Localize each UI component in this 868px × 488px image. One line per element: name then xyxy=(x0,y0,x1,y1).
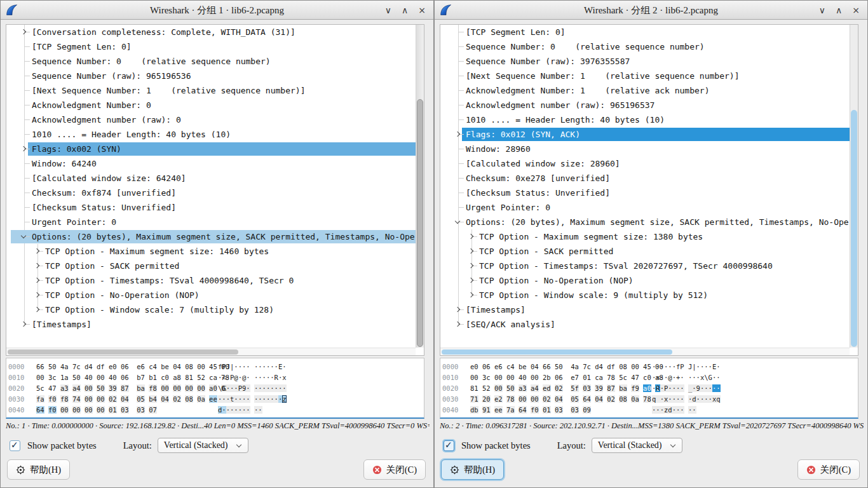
hex-byte[interactable]: a3 xyxy=(519,384,527,392)
hex-byte[interactable]: 00 xyxy=(36,374,44,381)
hex-byte[interactable]: ca xyxy=(209,374,217,381)
titlebar[interactable]: Wireshark · 分组 2 · lib6-2.pcapng ∨ ∧ × xyxy=(435,1,867,20)
ascii-char[interactable]: · xyxy=(692,406,696,414)
ascii-char[interactable]: · xyxy=(275,395,278,403)
hex-byte[interactable]: 45 xyxy=(643,363,651,370)
hex-byte[interactable]: f0 xyxy=(531,406,539,414)
ascii-char[interactable]: · xyxy=(680,384,684,392)
hex-byte[interactable]: 06 xyxy=(482,363,491,370)
tree-row[interactable]: Urgent Pointer: 0 xyxy=(440,200,850,215)
tree-row[interactable]: [TCP Segment Len: 0] xyxy=(440,25,850,39)
hex-byte[interactable]: 00 xyxy=(531,374,539,381)
hex-byte[interactable]: c0 xyxy=(161,374,169,381)
hex-byte[interactable]: 52 xyxy=(197,374,205,381)
hex-byte[interactable]: 1a xyxy=(60,374,69,381)
horizontal-scrollbar-thumb[interactable] xyxy=(8,349,238,355)
hex-byte[interactable]: 04 xyxy=(555,395,563,403)
ascii-char[interactable]: · xyxy=(262,384,266,392)
ascii-char[interactable]: 9 xyxy=(696,384,700,392)
ascii-char[interactable]: · xyxy=(246,374,250,381)
ascii-char[interactable]: · xyxy=(262,395,266,403)
hex-byte[interactable]: e6 xyxy=(137,363,145,370)
expand-arrow-icon[interactable] xyxy=(455,132,460,137)
ascii-char[interactable]: q xyxy=(716,395,720,403)
hex-byte[interactable]: 5c xyxy=(36,384,44,392)
vertical-scrollbar-thumb[interactable] xyxy=(851,110,857,347)
tree-row[interactable]: [Checksum Status: Unverified] xyxy=(6,200,416,215)
collapse-arrow-icon[interactable] xyxy=(455,219,460,224)
ascii-char[interactable]: · xyxy=(716,374,720,381)
hex-byte[interactable]: 4a xyxy=(60,363,69,370)
hex-byte[interactable]: c0 xyxy=(643,374,651,381)
hex-byte[interactable]: 00 xyxy=(72,406,81,414)
tree-row[interactable]: Options: (20 bytes), Maximum segment siz… xyxy=(440,215,850,229)
hex-byte[interactable]: 52 xyxy=(482,384,491,392)
hex-byte[interactable]: 02 xyxy=(173,395,181,403)
hex-byte[interactable]: f8 xyxy=(149,384,157,392)
tree-row[interactable]: [Checksum Status: Unverified] xyxy=(440,186,850,200)
hex-byte[interactable]: ba xyxy=(137,384,145,392)
hex-byte[interactable]: f8 xyxy=(60,395,69,403)
hex-byte[interactable]: a0 xyxy=(643,384,651,392)
ascii-char[interactable]: G xyxy=(222,384,226,392)
expand-arrow-icon[interactable] xyxy=(468,234,473,239)
hex-byte[interactable]: d4 xyxy=(595,363,603,370)
hex-byte[interactable]: 5f xyxy=(571,384,579,392)
ascii-char[interactable]: · xyxy=(680,374,684,381)
hex-byte[interactable]: 09 xyxy=(583,406,591,414)
tree-row[interactable]: [Next Sequence Number: 1 (relative seque… xyxy=(6,83,416,98)
hex-byte[interactable]: 78 xyxy=(607,374,615,381)
close-window-icon[interactable]: × xyxy=(418,1,426,20)
expand-arrow-icon[interactable] xyxy=(34,263,39,268)
hex-byte[interactable]: 0a xyxy=(197,395,205,403)
hex-byte[interactable]: 7c xyxy=(72,363,81,370)
vertical-scrollbar-thumb[interactable] xyxy=(417,99,423,347)
hex-byte[interactable]: c4 xyxy=(149,363,157,370)
hex-byte[interactable]: df xyxy=(607,363,615,370)
maximize-icon[interactable]: ∧ xyxy=(402,1,408,20)
expand-arrow-icon[interactable] xyxy=(468,292,473,297)
hex-byte[interactable]: 87 xyxy=(607,384,615,392)
hex-byte[interactable]: 05 xyxy=(571,395,579,403)
hex-byte[interactable]: 00 xyxy=(85,406,93,414)
hex-byte[interactable]: 00 xyxy=(97,406,105,414)
hex-byte[interactable]: 02 xyxy=(607,395,615,403)
hex-byte[interactable]: ed xyxy=(543,384,551,392)
hex-byte[interactable]: 2b xyxy=(543,374,551,381)
hex-byte[interactable]: 00 xyxy=(85,384,93,392)
ascii-char[interactable]: z xyxy=(282,395,286,403)
ascii-char[interactable]: · xyxy=(709,384,712,392)
hex-byte[interactable]: 00 xyxy=(185,384,193,392)
hex-byte[interactable]: 01 xyxy=(543,406,551,414)
hex-byte[interactable]: 00 xyxy=(494,384,503,392)
tree-row[interactable]: TCP Option - Maximum segment size: 1460 … xyxy=(6,244,416,259)
horizontal-scrollbar[interactable] xyxy=(440,348,850,355)
hex-byte[interactable]: 39 xyxy=(595,384,603,392)
expand-arrow-icon[interactable] xyxy=(34,292,39,297)
hex-byte[interactable]: b1 xyxy=(149,374,157,381)
hex-byte[interactable]: 04 xyxy=(595,395,603,403)
tree-row[interactable]: [Timestamps] xyxy=(440,302,850,317)
ascii-char[interactable]: · xyxy=(696,395,700,403)
hex-byte[interactable]: e6 xyxy=(494,363,503,370)
hex-byte[interactable]: c4 xyxy=(506,363,515,370)
hex-byte[interactable]: 05 xyxy=(137,395,145,403)
maximize-icon[interactable]: ∧ xyxy=(836,1,842,20)
hex-byte[interactable]: 40 xyxy=(519,374,527,381)
tree-row[interactable]: Window: 28960 xyxy=(440,142,850,156)
hex-byte[interactable]: 02 xyxy=(543,395,551,403)
hex-byte[interactable]: 00 xyxy=(506,374,515,381)
hex-byte[interactable]: 64 xyxy=(583,395,591,403)
hex-byte[interactable]: f0 xyxy=(48,395,57,403)
tree-row[interactable]: Acknowledgment number (raw): 0 xyxy=(6,112,416,127)
hex-byte[interactable]: 81 xyxy=(185,374,193,381)
hex-byte[interactable]: 45 xyxy=(209,363,217,370)
hex-byte[interactable]: 5c xyxy=(619,374,627,381)
hex-byte[interactable]: ba xyxy=(619,384,627,392)
tree-row[interactable]: Acknowledgment number (raw): 965196537 xyxy=(440,98,850,112)
close-window-icon[interactable]: × xyxy=(852,1,860,20)
hex-byte[interactable]: b7 xyxy=(137,374,145,381)
expand-arrow-icon[interactable] xyxy=(21,29,26,34)
ascii-char[interactable]: · xyxy=(709,395,712,403)
hex-byte[interactable]: 00 xyxy=(531,395,539,403)
